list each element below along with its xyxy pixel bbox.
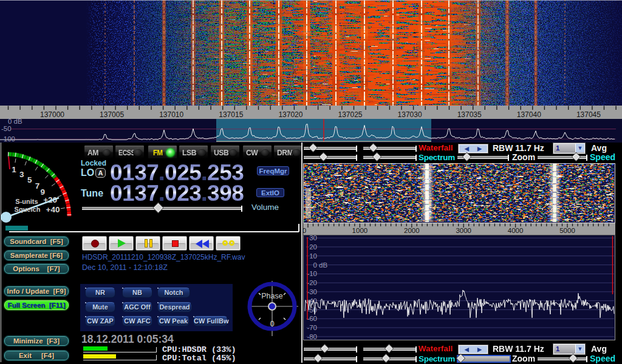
svg-text:137010: 137010: [159, 110, 183, 119]
svg-text:137015: 137015: [219, 110, 243, 119]
svg-text:137000: 137000: [40, 110, 64, 119]
svg-text:-10: -10: [307, 270, 317, 277]
svg-text:137020: 137020: [278, 110, 302, 119]
svg-text:4000: 4000: [508, 227, 524, 234]
svg-text:dB: dB: [319, 261, 327, 269]
svg-text:137045: 137045: [576, 110, 601, 119]
svg-text:137005: 137005: [100, 110, 124, 119]
svg-text:0: 0: [303, 227, 306, 234]
svg-text:137040: 137040: [517, 110, 541, 119]
svg-text:137025: 137025: [338, 110, 362, 119]
svg-text:Phase: Phase: [261, 292, 282, 300]
svg-text:20: 20: [309, 243, 317, 251]
svg-text:S-units: S-units: [15, 198, 38, 205]
svg-text:+40: +40: [46, 205, 60, 214]
svg-text:-30: -30: [307, 288, 317, 295]
svg-text:-80: -80: [307, 333, 317, 340]
svg-text:3000: 3000: [456, 227, 471, 234]
svg-text:7: 7: [35, 181, 40, 190]
svg-text:Squelch: Squelch: [15, 206, 41, 213]
svg-text:0: 0: [313, 261, 317, 269]
svg-text:0: 0: [270, 319, 274, 328]
svg-text:5000: 5000: [559, 227, 575, 234]
svg-text:2000: 2000: [404, 227, 420, 234]
svg-text:30: 30: [309, 235, 317, 241]
svg-text:1: 1: [12, 165, 16, 174]
svg-text:1000: 1000: [352, 227, 368, 234]
svg-text:-60: -60: [307, 315, 317, 322]
svg-text:137035: 137035: [457, 110, 482, 119]
svg-text:-70: -70: [307, 324, 317, 331]
svg-text:137030: 137030: [398, 110, 422, 119]
svg-text:-20: -20: [307, 279, 317, 286]
svg-text:10: 10: [309, 252, 317, 260]
svg-text:5: 5: [27, 175, 32, 184]
svg-text:3: 3: [19, 170, 24, 179]
